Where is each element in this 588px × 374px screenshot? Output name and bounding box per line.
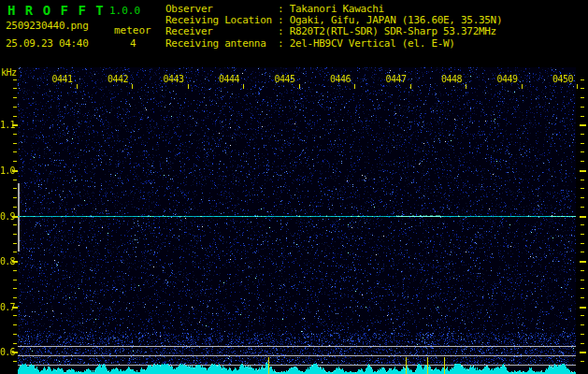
y-axis-tick	[581, 361, 584, 362]
y-axis-tick	[581, 224, 584, 225]
y-axis-tick	[581, 288, 584, 289]
y-axis-label: 0.9	[0, 211, 13, 222]
y-axis-unit-label: kHz	[1, 67, 17, 78]
y-axis-tick	[581, 297, 584, 298]
x-axis-tick	[299, 84, 300, 89]
x-axis-tick	[577, 84, 578, 89]
y-axis-tick	[13, 297, 17, 298]
x-axis-tick	[77, 84, 78, 89]
y-axis-tick	[581, 315, 584, 316]
x-axis-label: 0448	[441, 74, 462, 84]
x-axis-tick	[522, 84, 523, 89]
y-axis-tick	[580, 124, 586, 126]
y-axis-tick	[581, 97, 584, 98]
y-axis-tick	[13, 180, 17, 180]
y-axis-tick	[581, 270, 584, 271]
y-axis-tick	[581, 334, 584, 335]
y-axis-tick	[13, 188, 17, 189]
y-axis-tick	[581, 143, 584, 144]
x-axis-label: 0450	[552, 74, 573, 84]
y-axis-tick	[581, 107, 584, 108]
y-axis-tick	[581, 180, 584, 180]
y-axis-tick	[580, 352, 586, 353]
y-axis-tick	[13, 97, 17, 98]
info-value: : Ogaki, Gifu, JAPAN (136.60E, 35.35N)	[278, 14, 502, 26]
y-axis-label: 0.7	[0, 302, 13, 312]
y-axis-tick	[581, 280, 584, 280]
file-name: 2509230440.png	[6, 20, 89, 32]
x-axis-label: 0442	[108, 74, 128, 84]
y-axis-tick	[581, 207, 584, 208]
y-axis-tick	[13, 224, 17, 225]
info-value: : Takanori Kawachi	[278, 3, 384, 15]
y-axis-tick	[581, 243, 584, 244]
y-axis-tick	[581, 134, 584, 135]
y-axis-tick	[13, 324, 17, 325]
y-axis-tick	[581, 79, 584, 80]
app-title: H R O F F T	[7, 3, 105, 18]
y-axis-tick	[580, 307, 586, 309]
y-axis-tick	[581, 188, 584, 189]
y-axis-tick	[580, 170, 586, 172]
hrofft-screen: H R O F F T 1.0.0 2509230440.png meteor …	[0, 0, 588, 374]
x-axis-tick	[354, 84, 355, 89]
y-axis-tick	[13, 270, 17, 271]
y-axis-tick	[581, 252, 584, 252]
spectrogram-canvas	[18, 67, 576, 374]
y-axis-tick	[580, 216, 586, 218]
y-axis-tick	[13, 252, 17, 252]
y-axis-tick	[581, 161, 584, 162]
y-axis-tick	[13, 334, 17, 335]
x-axis-label: 0443	[164, 74, 184, 84]
y-axis-tick	[13, 79, 17, 80]
x-axis-label: 0441	[52, 74, 73, 84]
y-axis-tick	[581, 197, 584, 198]
y-axis-tick	[581, 343, 584, 344]
x-axis-tick	[132, 84, 133, 89]
info-panel: Observer: Takanori KawachiReceiving Loca…	[165, 4, 502, 50]
y-axis-tick	[581, 88, 584, 89]
y-axis-tick	[581, 116, 584, 117]
x-axis-label: 0446	[330, 74, 351, 84]
y-axis-tick	[13, 207, 17, 208]
y-axis-label: 1.1	[0, 120, 13, 130]
y-axis-tick	[581, 234, 584, 235]
x-axis-label: 0445	[275, 74, 295, 84]
y-axis-tick	[13, 361, 17, 362]
datetime-label: 25.09.23 04:40	[6, 37, 89, 50]
info-row: Receiving antenna: 2el-HB9CV Vertical (e…	[165, 38, 502, 50]
meteor-count: 4	[130, 37, 136, 50]
x-axis-label: 0444	[219, 74, 239, 84]
y-axis-tick	[581, 324, 584, 325]
y-axis-tick	[13, 243, 17, 244]
y-axis-tick	[13, 343, 17, 344]
y-axis-tick	[581, 151, 584, 152]
x-axis-tick	[243, 84, 244, 89]
info-label: Receiving antenna	[165, 38, 278, 50]
y-axis-tick	[580, 261, 586, 263]
y-axis-tick	[13, 143, 17, 144]
y-axis-tick	[13, 315, 17, 316]
y-axis-label: 0.8	[0, 256, 13, 266]
y-axis-tick	[13, 197, 17, 198]
y-axis-label: 1.0	[0, 165, 13, 176]
x-axis-tick	[466, 84, 466, 89]
info-label: Receiver	[165, 26, 278, 37]
y-axis-tick	[13, 88, 17, 89]
x-axis-tick	[188, 84, 189, 89]
y-axis-tick	[13, 161, 17, 162]
y-axis-tick	[13, 234, 17, 235]
y-axis-tick	[13, 116, 17, 117]
app-version: 1.0.0	[109, 5, 140, 17]
mode-label: meteor	[114, 24, 151, 36]
info-value: : 2el-HB9CV Vertical (el. E-W)	[278, 37, 455, 50]
y-axis-tick	[13, 280, 17, 280]
info-value: : R820T2(RTL-SDR) SDR-Sharp 53.372MHz	[278, 25, 496, 37]
x-axis-label: 0447	[386, 74, 407, 84]
x-axis-label: 0449	[497, 74, 518, 84]
y-axis-tick	[13, 134, 17, 135]
x-axis-tick	[410, 84, 411, 89]
y-axis-label: 0.6	[0, 347, 13, 357]
y-axis-tick	[13, 288, 17, 289]
y-axis-tick	[13, 107, 17, 108]
